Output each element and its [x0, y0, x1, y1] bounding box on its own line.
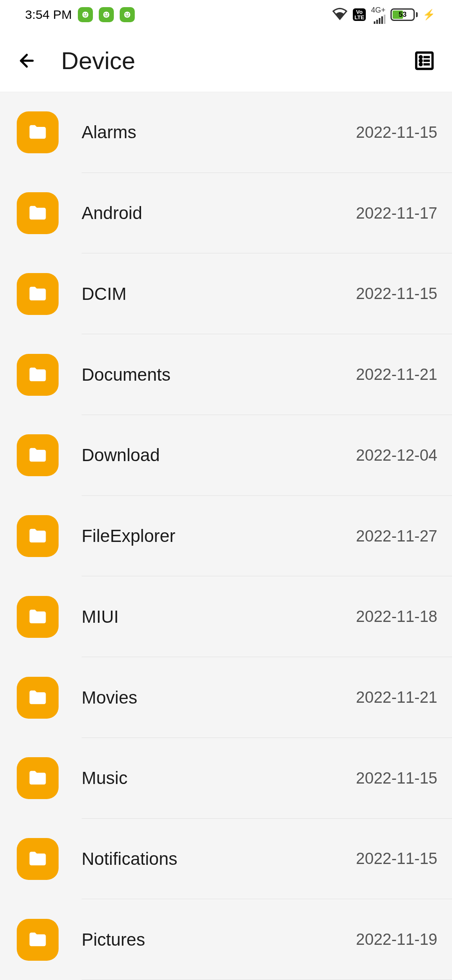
app-header: Device: [0, 29, 452, 92]
folder-date: 2022-11-18: [356, 608, 437, 626]
folder-row[interactable]: Alarms 2022-11-15: [0, 92, 452, 173]
file-info: Download 2022-12-04: [82, 445, 437, 465]
file-info: Music 2022-11-15: [82, 768, 437, 788]
folder-name: Documents: [82, 365, 170, 385]
folder-date: 2022-12-04: [356, 446, 437, 464]
folder-date: 2022-11-15: [356, 124, 437, 142]
file-list[interactable]: Alarms 2022-11-15 Android 2022-11-17 DCI…: [0, 92, 452, 980]
file-info: Android 2022-11-17: [82, 203, 437, 223]
svg-point-6: [124, 12, 130, 18]
svg-point-0: [82, 12, 88, 18]
battery-icon: 53: [390, 8, 418, 21]
folder-row[interactable]: Documents 2022-11-21: [0, 334, 452, 415]
svg-point-8: [128, 13, 129, 15]
status-bar: 3:54 PM VoLTE 4G+: [0, 0, 452, 29]
folder-name: Android: [82, 203, 142, 223]
folder-icon: [17, 515, 59, 557]
folder-name: MIUI: [82, 607, 119, 627]
folder-date: 2022-11-15: [356, 285, 437, 303]
back-button[interactable]: [17, 51, 37, 71]
folder-date: 2022-11-21: [356, 366, 437, 384]
folder-name: Music: [82, 768, 128, 788]
folder-name: Download: [82, 445, 160, 465]
folder-icon: [17, 354, 59, 396]
app-icon-2: [99, 7, 114, 22]
svg-point-5: [107, 13, 108, 15]
folder-icon: [17, 273, 59, 315]
folder-row[interactable]: Music 2022-11-15: [0, 738, 452, 819]
folder-name: FileExplorer: [82, 526, 175, 546]
folder-icon: [17, 596, 59, 638]
view-toggle-button[interactable]: [413, 50, 435, 72]
folder-date: 2022-11-19: [356, 931, 437, 949]
status-left: 3:54 PM: [25, 7, 135, 22]
folder-name: Alarms: [82, 122, 136, 142]
folder-date: 2022-11-15: [356, 769, 437, 787]
volte-icon: VoLTE: [353, 8, 366, 21]
file-info: DCIM 2022-11-15: [82, 284, 437, 304]
file-info: MIUI 2022-11-18: [82, 607, 437, 627]
svg-point-10: [420, 56, 421, 58]
folder-name: DCIM: [82, 284, 126, 304]
svg-point-2: [86, 13, 87, 15]
folder-row[interactable]: MIUI 2022-11-18: [0, 576, 452, 657]
folder-row[interactable]: FileExplorer 2022-11-27: [0, 496, 452, 577]
folder-row[interactable]: Android 2022-11-17: [0, 173, 452, 254]
signal-icon: 4G+: [371, 6, 385, 24]
svg-point-12: [420, 59, 421, 61]
file-info: Pictures 2022-11-19: [82, 930, 437, 950]
folder-row[interactable]: Notifications 2022-11-15: [0, 819, 452, 900]
file-info: Alarms 2022-11-15: [82, 122, 437, 142]
folder-date: 2022-11-17: [356, 204, 437, 222]
folder-icon: [17, 757, 59, 799]
app-icon-3: [120, 7, 135, 22]
status-right: VoLTE 4G+ 53 ⚡: [332, 6, 435, 24]
folder-name: Movies: [82, 688, 137, 708]
file-info: Notifications 2022-11-15: [82, 849, 437, 869]
folder-icon: [17, 677, 59, 719]
folder-icon: [17, 111, 59, 153]
folder-icon: [17, 919, 59, 961]
charging-icon: ⚡: [423, 9, 435, 21]
wifi-icon: [332, 7, 348, 22]
page-title: Device: [61, 46, 389, 75]
file-info: Movies 2022-11-21: [82, 688, 437, 708]
folder-date: 2022-11-27: [356, 527, 437, 545]
folder-date: 2022-11-21: [356, 689, 437, 707]
folder-icon: [17, 838, 59, 880]
folder-icon: [17, 434, 59, 476]
svg-point-3: [103, 12, 109, 18]
folder-row[interactable]: Download 2022-12-04: [0, 415, 452, 496]
folder-date: 2022-11-15: [356, 850, 437, 868]
file-info: Documents 2022-11-21: [82, 365, 437, 385]
svg-point-4: [105, 13, 106, 15]
svg-point-7: [126, 13, 127, 15]
folder-row[interactable]: Pictures 2022-11-19: [0, 899, 452, 980]
folder-row[interactable]: Movies 2022-11-21: [0, 657, 452, 738]
folder-icon: [17, 192, 59, 234]
folder-name: Notifications: [82, 849, 177, 869]
status-time: 3:54 PM: [25, 8, 72, 22]
app-icon-1: [78, 7, 93, 22]
svg-point-1: [84, 13, 85, 15]
folder-name: Pictures: [82, 930, 145, 950]
file-info: FileExplorer 2022-11-27: [82, 526, 437, 546]
folder-row[interactable]: DCIM 2022-11-15: [0, 253, 452, 334]
svg-point-14: [420, 63, 421, 65]
